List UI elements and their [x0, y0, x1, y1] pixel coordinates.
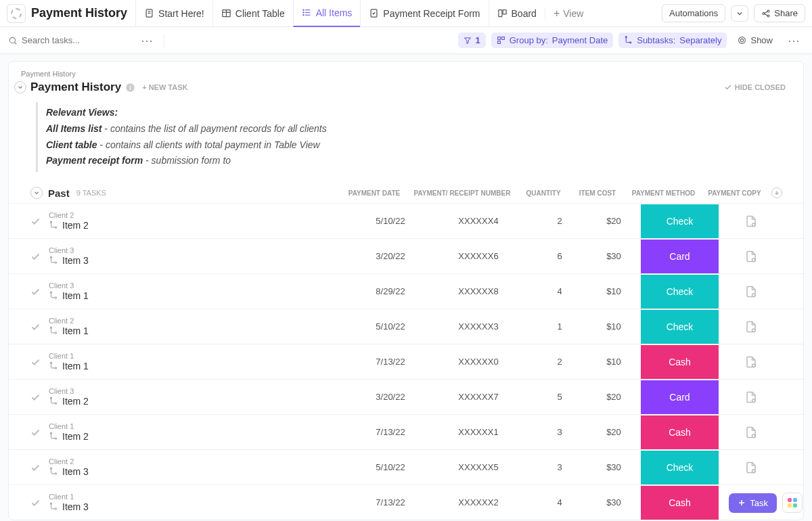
tab-payment-receipt-form[interactable]: Payment Receipt Form: [360, 0, 488, 27]
cell-payment-copy[interactable]: [719, 321, 783, 333]
item-name[interactable]: Item 2: [49, 431, 89, 442]
group-by-pill[interactable]: Group by: Payment Date: [491, 32, 613, 48]
col-payment-copy[interactable]: PAYMENT COPY: [702, 189, 767, 197]
col-receipt-number[interactable]: PAYMENT/ RECEIPT NUMBER: [408, 189, 516, 197]
cell-receipt-number[interactable]: XXXXXX6: [424, 251, 533, 261]
cell-item-cost[interactable]: $20: [587, 216, 641, 226]
cell-quantity[interactable]: 3: [533, 462, 587, 472]
table-row[interactable]: Client 1 Item 2 7/13/22 XXXXXX1 3 $20 Ca…: [9, 414, 803, 449]
cell-item-cost[interactable]: $10: [587, 286, 641, 296]
item-name[interactable]: Item 1: [49, 325, 89, 336]
cell-quantity[interactable]: 3: [533, 427, 587, 437]
cell-receipt-number[interactable]: XXXXXX3: [424, 321, 533, 332]
new-task-fab[interactable]: Task: [729, 493, 777, 513]
complete-check-icon[interactable]: [30, 428, 41, 438]
cell-payment-method[interactable]: Card: [641, 380, 719, 415]
hide-closed-button[interactable]: HIDE CLOSED: [724, 83, 786, 91]
cell-payment-method[interactable]: Check: [641, 204, 719, 239]
complete-check-icon[interactable]: [30, 463, 41, 473]
cell-quantity[interactable]: 4: [533, 497, 587, 507]
cell-payment-copy[interactable]: [719, 286, 783, 298]
cell-payment-copy[interactable]: [719, 250, 783, 263]
info-icon[interactable]: i: [125, 83, 135, 93]
cell-item-cost[interactable]: $30: [587, 497, 641, 507]
cell-payment-copy[interactable]: [719, 391, 783, 403]
add-view-button[interactable]: + View: [545, 7, 591, 20]
cell-payment-date[interactable]: 5/10/22: [357, 321, 424, 332]
cell-payment-method[interactable]: Cash: [641, 415, 719, 450]
cell-payment-copy[interactable]: [719, 461, 783, 474]
tab-start-here[interactable]: Start Here!: [135, 0, 212, 27]
table-row[interactable]: Client 3 Item 2 3/20/22 XXXXXX7 5 $20 Ca…: [9, 379, 803, 414]
list-icon-box[interactable]: [7, 4, 26, 23]
cell-receipt-number[interactable]: XXXXXX8: [424, 286, 533, 296]
search-more-button[interactable]: ⋯: [137, 33, 157, 48]
search-wrap[interactable]: [8, 35, 130, 45]
cell-receipt-number[interactable]: XXXXXX0: [424, 357, 533, 367]
item-name[interactable]: Item 2: [49, 220, 89, 231]
complete-check-icon[interactable]: [30, 287, 41, 297]
cell-item-cost[interactable]: $20: [587, 392, 641, 402]
share-button[interactable]: Share: [754, 4, 805, 22]
cell-receipt-number[interactable]: XXXXXX4: [424, 216, 533, 226]
col-payment-date[interactable]: PAYMENT DATE: [340, 189, 408, 197]
col-item-cost[interactable]: ITEM COST: [570, 189, 625, 197]
filter-pill[interactable]: 1: [458, 32, 486, 48]
cell-payment-method[interactable]: Cash: [641, 344, 719, 380]
cell-payment-date[interactable]: 7/13/22: [357, 357, 424, 367]
item-name[interactable]: Item 3: [49, 501, 89, 512]
new-task-button[interactable]: + NEW TASK: [142, 83, 187, 91]
complete-check-icon[interactable]: [30, 252, 41, 262]
cell-item-cost[interactable]: $10: [587, 321, 641, 332]
item-name[interactable]: Item 3: [49, 255, 89, 266]
cell-payment-copy[interactable]: [719, 356, 783, 368]
apps-button[interactable]: [782, 493, 803, 513]
cell-receipt-number[interactable]: XXXXXX1: [424, 427, 533, 437]
cell-receipt-number[interactable]: XXXXXX5: [424, 462, 533, 472]
cell-receipt-number[interactable]: XXXXXX7: [424, 392, 533, 402]
group-name[interactable]: Past: [48, 187, 70, 199]
table-row[interactable]: Client 3 Item 3 3/20/22 XXXXXX6 6 $30 Ca…: [9, 238, 803, 273]
cell-quantity[interactable]: 2: [533, 357, 587, 367]
table-row[interactable]: Client 3 Item 1 8/29/22 XXXXXX8 4 $10 Ch…: [9, 273, 803, 309]
complete-check-icon[interactable]: [30, 217, 41, 227]
show-pill[interactable]: Show: [732, 32, 778, 48]
complete-check-icon[interactable]: [30, 392, 41, 403]
cell-item-cost[interactable]: $10: [587, 357, 641, 367]
cell-quantity[interactable]: 1: [533, 321, 587, 332]
col-payment-method[interactable]: PAYMENT METHOD: [625, 189, 702, 197]
cell-item-cost[interactable]: $30: [587, 462, 641, 472]
table-row[interactable]: Client 2 Item 2 5/10/22 XXXXXX4 2 $20 Ch…: [9, 203, 803, 238]
cell-payment-date[interactable]: 3/20/22: [357, 251, 424, 261]
col-quantity[interactable]: QUANTITY: [516, 189, 570, 197]
cell-payment-method[interactable]: Check: [641, 274, 719, 309]
complete-check-icon[interactable]: [30, 322, 41, 332]
cell-payment-method[interactable]: Card: [641, 239, 719, 274]
cell-payment-copy[interactable]: [719, 215, 783, 227]
table-row[interactable]: Client 1 Item 3 7/13/22 XXXXXX2 4 $30 Ca…: [9, 484, 803, 520]
cell-quantity[interactable]: 2: [533, 216, 587, 226]
list-title[interactable]: Payment History: [30, 81, 121, 94]
cell-payment-copy[interactable]: [719, 426, 783, 438]
cell-payment-date[interactable]: 7/13/22: [357, 427, 424, 437]
cell-quantity[interactable]: 6: [533, 251, 587, 261]
cell-receipt-number[interactable]: XXXXXX2: [424, 497, 533, 507]
cell-payment-method[interactable]: Cash: [641, 485, 719, 520]
table-row[interactable]: Client 1 Item 1 7/13/22 XXXXXX0 2 $10 Ca…: [9, 344, 803, 379]
item-name[interactable]: Item 1: [49, 361, 89, 371]
cell-quantity[interactable]: 4: [533, 286, 587, 296]
cell-payment-date[interactable]: 8/29/22: [357, 286, 424, 296]
more-options-button[interactable]: ⋯: [784, 33, 804, 48]
complete-check-icon[interactable]: [30, 498, 41, 508]
cell-payment-date[interactable]: 7/13/22: [357, 497, 424, 507]
tab-board[interactable]: Board: [489, 0, 545, 27]
tab-client-table[interactable]: Client Table: [212, 0, 293, 27]
item-name[interactable]: Item 1: [49, 290, 89, 301]
table-row[interactable]: Client 2 Item 1 5/10/22 XXXXXX3 1 $10 Ch…: [9, 309, 803, 344]
tab-all-items[interactable]: All Items: [293, 0, 361, 27]
cell-payment-method[interactable]: Check: [641, 309, 719, 344]
automations-dropdown-button[interactable]: [731, 5, 748, 22]
cell-payment-date[interactable]: 5/10/22: [357, 462, 424, 472]
cell-payment-date[interactable]: 3/20/22: [357, 392, 424, 402]
collapse-list-button[interactable]: [14, 81, 26, 93]
